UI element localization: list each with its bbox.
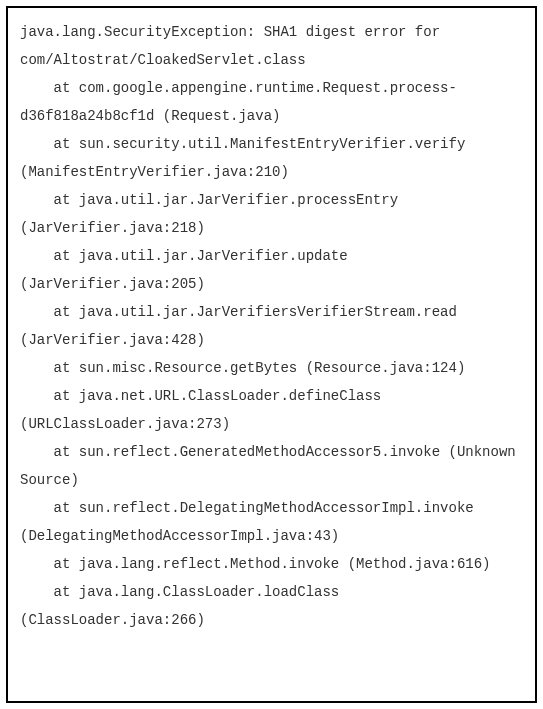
- stack-frame: at sun.reflect.DelegatingMethodAccessorI…: [20, 500, 482, 544]
- stack-frame: at sun.reflect.GeneratedMethodAccessor5.…: [20, 444, 524, 488]
- stack-frame: at java.lang.reflect.Method.invoke (Meth…: [20, 556, 490, 572]
- stack-frame: at sun.misc.Resource.getBytes (Resource.…: [20, 360, 465, 376]
- stack-frame: at java.util.jar.JarVerifier.update (Jar…: [20, 248, 356, 292]
- stack-frame: at java.net.URL.ClassLoader.defineClass …: [20, 388, 390, 432]
- stack-frame: at com.google.appengine.runtime.Request.…: [20, 80, 457, 124]
- stack-trace-box: java.lang.SecurityException: SHA1 digest…: [6, 6, 537, 703]
- stack-frame: at java.util.jar.JarVerifier.processEntr…: [20, 192, 406, 236]
- exception-header: java.lang.SecurityException: SHA1 digest…: [20, 24, 440, 68]
- stack-frame: at java.util.jar.JarVerifiersVerifierStr…: [20, 304, 465, 348]
- stack-frame: at java.lang.ClassLoader.loadClass (Clas…: [20, 584, 348, 628]
- stack-frame: at sun.security.util.ManifestEntryVerifi…: [20, 136, 474, 180]
